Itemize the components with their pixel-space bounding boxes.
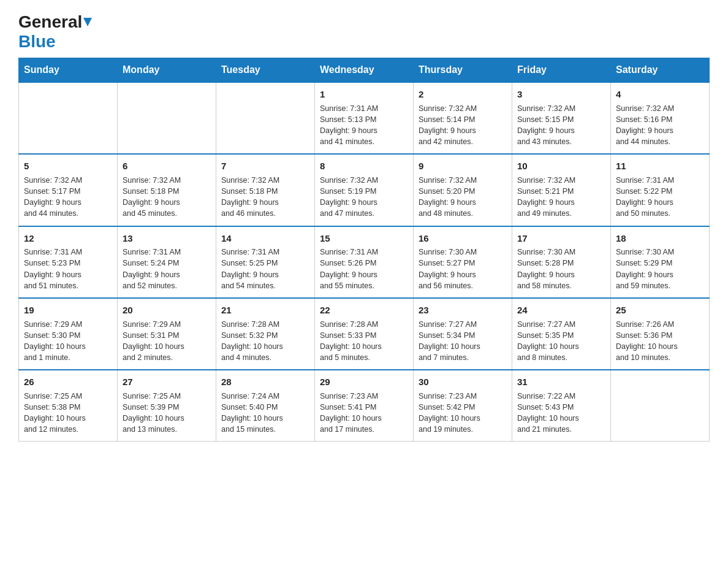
- calendar-cell: 10Sunrise: 7:32 AM Sunset: 5:21 PM Dayli…: [512, 154, 611, 226]
- calendar-cell: 20Sunrise: 7:29 AM Sunset: 5:31 PM Dayli…: [118, 298, 216, 370]
- calendar-cell: 15Sunrise: 7:31 AM Sunset: 5:26 PM Dayli…: [315, 226, 414, 298]
- day-number: 13: [123, 232, 211, 245]
- day-number: 24: [517, 304, 605, 317]
- calendar-cell: [19, 82, 118, 154]
- day-info: Sunrise: 7:31 AM Sunset: 5:22 PM Dayligh…: [616, 175, 704, 220]
- weekday-header-row: SundayMondayTuesdayWednesdayThursdayFrid…: [19, 58, 710, 83]
- day-info: Sunrise: 7:23 AM Sunset: 5:41 PM Dayligh…: [320, 391, 408, 435]
- calendar-table: SundayMondayTuesdayWednesdayThursdayFrid…: [18, 58, 710, 442]
- calendar-cell: [216, 82, 315, 154]
- calendar-cell: 19Sunrise: 7:29 AM Sunset: 5:30 PM Dayli…: [19, 298, 118, 370]
- day-number: 27: [123, 375, 211, 389]
- calendar-cell: 16Sunrise: 7:30 AM Sunset: 5:27 PM Dayli…: [414, 226, 512, 298]
- week-row-5: 26Sunrise: 7:25 AM Sunset: 5:38 PM Dayli…: [19, 370, 710, 442]
- calendar-cell: 18Sunrise: 7:30 AM Sunset: 5:29 PM Dayli…: [611, 226, 710, 298]
- week-row-4: 19Sunrise: 7:29 AM Sunset: 5:30 PM Dayli…: [19, 298, 710, 370]
- weekday-header-saturday: Saturday: [611, 58, 710, 83]
- day-number: 23: [419, 304, 507, 317]
- day-number: 2: [419, 88, 507, 101]
- calendar-cell: 26Sunrise: 7:25 AM Sunset: 5:38 PM Dayli…: [19, 370, 118, 442]
- day-info: Sunrise: 7:32 AM Sunset: 5:17 PM Dayligh…: [24, 175, 112, 220]
- logo-line2: Blue: [18, 32, 56, 52]
- weekday-header-monday: Monday: [118, 58, 216, 83]
- day-number: 7: [221, 159, 309, 173]
- day-info: Sunrise: 7:25 AM Sunset: 5:38 PM Dayligh…: [24, 391, 112, 435]
- day-number: 14: [221, 232, 309, 245]
- day-info: Sunrise: 7:32 AM Sunset: 5:18 PM Dayligh…: [123, 175, 211, 220]
- calendar-cell: 25Sunrise: 7:26 AM Sunset: 5:36 PM Dayli…: [611, 298, 710, 370]
- calendar-cell: 13Sunrise: 7:31 AM Sunset: 5:24 PM Dayli…: [118, 226, 216, 298]
- day-number: 22: [320, 304, 408, 317]
- day-info: Sunrise: 7:29 AM Sunset: 5:31 PM Dayligh…: [123, 319, 211, 364]
- day-number: 3: [517, 88, 605, 101]
- day-number: 16: [419, 232, 507, 245]
- week-row-3: 12Sunrise: 7:31 AM Sunset: 5:23 PM Dayli…: [19, 226, 710, 298]
- day-info: Sunrise: 7:28 AM Sunset: 5:33 PM Dayligh…: [320, 319, 408, 364]
- calendar-cell: 29Sunrise: 7:23 AM Sunset: 5:41 PM Dayli…: [315, 370, 414, 442]
- calendar-cell: 8Sunrise: 7:32 AM Sunset: 5:19 PM Daylig…: [315, 154, 414, 226]
- calendar-cell: 6Sunrise: 7:32 AM Sunset: 5:18 PM Daylig…: [118, 154, 216, 226]
- day-number: 29: [320, 375, 408, 389]
- weekday-header-wednesday: Wednesday: [315, 58, 414, 83]
- day-info: Sunrise: 7:27 AM Sunset: 5:35 PM Dayligh…: [517, 319, 605, 364]
- day-info: Sunrise: 7:22 AM Sunset: 5:43 PM Dayligh…: [517, 391, 605, 435]
- day-number: 15: [320, 232, 408, 245]
- logo-blue-text: Blue: [18, 32, 56, 51]
- calendar-cell: 23Sunrise: 7:27 AM Sunset: 5:34 PM Dayli…: [414, 298, 512, 370]
- day-info: Sunrise: 7:23 AM Sunset: 5:42 PM Dayligh…: [419, 391, 507, 435]
- day-info: Sunrise: 7:25 AM Sunset: 5:39 PM Dayligh…: [123, 391, 211, 435]
- day-number: 20: [123, 304, 211, 317]
- day-info: Sunrise: 7:31 AM Sunset: 5:26 PM Dayligh…: [320, 247, 408, 291]
- day-number: 1: [320, 88, 408, 101]
- day-info: Sunrise: 7:32 AM Sunset: 5:19 PM Dayligh…: [320, 175, 408, 220]
- day-info: Sunrise: 7:30 AM Sunset: 5:27 PM Dayligh…: [419, 247, 507, 291]
- calendar-cell: 9Sunrise: 7:32 AM Sunset: 5:20 PM Daylig…: [414, 154, 512, 226]
- day-info: Sunrise: 7:32 AM Sunset: 5:16 PM Dayligh…: [616, 103, 704, 148]
- page-header: General Blue: [18, 12, 710, 52]
- day-info: Sunrise: 7:32 AM Sunset: 5:18 PM Dayligh…: [221, 175, 309, 220]
- day-info: Sunrise: 7:27 AM Sunset: 5:34 PM Dayligh…: [419, 319, 507, 364]
- day-info: Sunrise: 7:26 AM Sunset: 5:36 PM Dayligh…: [616, 319, 704, 364]
- day-number: 17: [517, 232, 605, 245]
- calendar-cell: 1Sunrise: 7:31 AM Sunset: 5:13 PM Daylig…: [315, 82, 414, 154]
- day-info: Sunrise: 7:32 AM Sunset: 5:14 PM Dayligh…: [419, 103, 507, 148]
- day-info: Sunrise: 7:29 AM Sunset: 5:30 PM Dayligh…: [24, 319, 112, 364]
- day-number: 25: [616, 304, 704, 317]
- logo-line1: General: [18, 12, 98, 32]
- day-number: 28: [221, 375, 309, 389]
- calendar-cell: 11Sunrise: 7:31 AM Sunset: 5:22 PM Dayli…: [611, 154, 710, 226]
- day-number: 31: [517, 375, 605, 389]
- calendar-cell: 17Sunrise: 7:30 AM Sunset: 5:28 PM Dayli…: [512, 226, 611, 298]
- calendar-cell: 24Sunrise: 7:27 AM Sunset: 5:35 PM Dayli…: [512, 298, 611, 370]
- day-number: 21: [221, 304, 309, 317]
- day-info: Sunrise: 7:32 AM Sunset: 5:20 PM Dayligh…: [419, 175, 507, 220]
- calendar-cell: 31Sunrise: 7:22 AM Sunset: 5:43 PM Dayli…: [512, 370, 611, 442]
- calendar-cell: 2Sunrise: 7:32 AM Sunset: 5:14 PM Daylig…: [414, 82, 512, 154]
- day-number: 5: [24, 159, 112, 173]
- day-number: 12: [24, 232, 112, 245]
- calendar-cell: 30Sunrise: 7:23 AM Sunset: 5:42 PM Dayli…: [414, 370, 512, 442]
- calendar-cell: 12Sunrise: 7:31 AM Sunset: 5:23 PM Dayli…: [19, 226, 118, 298]
- logo-triangle-icon: [83, 15, 97, 29]
- calendar-cell: 22Sunrise: 7:28 AM Sunset: 5:33 PM Dayli…: [315, 298, 414, 370]
- day-number: 26: [24, 375, 112, 389]
- day-number: 4: [616, 88, 704, 101]
- week-row-1: 1Sunrise: 7:31 AM Sunset: 5:13 PM Daylig…: [19, 82, 710, 154]
- logo: General Blue: [18, 12, 98, 52]
- calendar-cell: 4Sunrise: 7:32 AM Sunset: 5:16 PM Daylig…: [611, 82, 710, 154]
- calendar-cell: 21Sunrise: 7:28 AM Sunset: 5:32 PM Dayli…: [216, 298, 315, 370]
- calendar-cell: [118, 82, 216, 154]
- svg-marker-0: [83, 18, 92, 26]
- calendar-cell: 14Sunrise: 7:31 AM Sunset: 5:25 PM Dayli…: [216, 226, 315, 298]
- day-number: 6: [123, 159, 211, 173]
- day-info: Sunrise: 7:30 AM Sunset: 5:29 PM Dayligh…: [616, 247, 704, 291]
- day-number: 8: [320, 159, 408, 173]
- week-row-2: 5Sunrise: 7:32 AM Sunset: 5:17 PM Daylig…: [19, 154, 710, 226]
- calendar-cell: 28Sunrise: 7:24 AM Sunset: 5:40 PM Dayli…: [216, 370, 315, 442]
- day-number: 10: [517, 159, 605, 173]
- day-number: 9: [419, 159, 507, 173]
- day-number: 18: [616, 232, 704, 245]
- calendar-cell: 3Sunrise: 7:32 AM Sunset: 5:15 PM Daylig…: [512, 82, 611, 154]
- day-info: Sunrise: 7:31 AM Sunset: 5:13 PM Dayligh…: [320, 103, 408, 148]
- day-info: Sunrise: 7:28 AM Sunset: 5:32 PM Dayligh…: [221, 319, 309, 364]
